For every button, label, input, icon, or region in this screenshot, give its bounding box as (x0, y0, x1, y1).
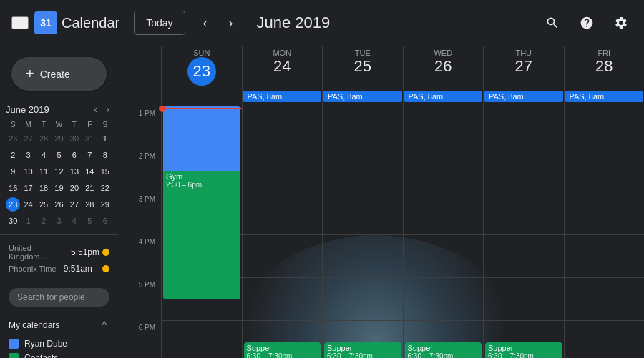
allday-event-tue[interactable]: PAS, 8am (323, 91, 402, 102)
tz-uk-time: 5:51pm (71, 247, 99, 257)
event-wed-supper-time: 6:30 – 7:30pm (408, 352, 479, 358)
mini-cal-day-header: S (6, 119, 20, 130)
event-sun-gym[interactable]: Gym 2:30 – 6pm (163, 171, 240, 299)
month-year: June 2019 (257, 14, 331, 32)
mini-cal-day[interactable]: 13 (67, 164, 82, 179)
allday-event-fri[interactable]: PAS, 8am (565, 91, 644, 102)
mini-cal-day[interactable]: 29 (98, 197, 112, 212)
mini-cal-day[interactable]: 14 (82, 164, 97, 179)
mini-cal-day[interactable]: 12 (52, 164, 66, 179)
mini-cal-day-header: T (36, 119, 51, 130)
day-headers: SUN 23 MON 24 TUE 25 WED 26 THU 27 FRI 2… (118, 46, 644, 89)
mini-cal-day[interactable]: 28 (82, 197, 97, 212)
mini-cal-day[interactable]: 27 (67, 197, 82, 212)
grid-col-sun: Gym 2:30 – 6pm (161, 106, 242, 358)
people-search-input[interactable] (9, 288, 109, 307)
create-button[interactable]: + Create (11, 57, 107, 91)
calendar-area: SUN 23 MON 24 TUE 25 WED 26 THU 27 FRI 2… (118, 46, 644, 358)
mini-cal-day[interactable]: 28 (36, 131, 51, 146)
mini-cal-day[interactable]: 5 (52, 148, 66, 162)
event-tue-supper[interactable]: Supper 6:30 – 7:30pm (324, 342, 401, 358)
mini-cal-day[interactable]: 8 (98, 148, 112, 162)
mini-cal-day[interactable]: 22 (98, 181, 112, 195)
mini-cal-prev[interactable]: ‹ (91, 102, 100, 116)
mini-cal-day[interactable]: 11 (36, 164, 51, 179)
cal-item-contacts[interactable]: Contacts (9, 351, 109, 358)
event-wed-supper[interactable]: Supper 6:30 – 7:30pm (405, 342, 482, 358)
mon-hour-3 (243, 192, 323, 235)
cal-item-ryan[interactable]: Ryan Dube (9, 337, 109, 351)
topbar-right (541, 11, 633, 34)
thu-hour-1 (484, 106, 564, 149)
mini-cal-title: June 2019 (6, 104, 49, 115)
allday-gutter (118, 89, 161, 106)
mini-cal-day-header: W (52, 119, 66, 130)
today-button[interactable]: Today (134, 11, 185, 35)
mini-cal-day[interactable]: 9 (6, 164, 20, 179)
menu-button[interactable] (11, 16, 29, 29)
mini-cal-day[interactable]: 27 (21, 131, 36, 146)
mini-cal-day[interactable]: 2 (6, 148, 20, 162)
day-num-sun: 23 (187, 57, 216, 86)
day-name-tue: TUE (323, 49, 403, 57)
mini-cal-day[interactable]: 31 (82, 131, 97, 146)
my-calendars-collapse[interactable]: ^ (99, 318, 109, 332)
mini-cal-day[interactable]: 20 (67, 181, 82, 195)
help-button[interactable] (575, 11, 598, 34)
mini-cal-day[interactable]: 24 (21, 197, 36, 212)
mini-cal-day[interactable]: 10 (21, 164, 36, 179)
nav-arrows: ‹ › (194, 11, 243, 34)
mini-cal-day[interactable]: 6 (67, 148, 82, 162)
mini-cal-day[interactable]: 3 (52, 214, 66, 228)
day-header-wed: WED 26 (403, 46, 484, 89)
event-thu-supper[interactable]: Supper 6:30 – 7:30pm (485, 342, 562, 358)
mini-cal-day[interactable]: 1 (98, 131, 112, 146)
mini-cal-day[interactable]: 1 (21, 214, 36, 228)
mini-cal-day-header: M (21, 119, 35, 130)
mini-cal-day[interactable]: 15 (98, 164, 112, 179)
mini-cal-day[interactable]: 5 (82, 214, 97, 228)
allday-event-wed[interactable]: PAS, 8am (404, 91, 483, 102)
allday-event-mon[interactable]: PAS, 8am (243, 91, 322, 102)
mini-cal-day[interactable]: 16 (6, 181, 20, 195)
mini-cal-day[interactable]: 19 (52, 181, 66, 195)
mini-cal-day[interactable]: 26 (52, 197, 66, 212)
mini-cal-next[interactable]: › (103, 102, 112, 116)
mini-cal-day[interactable]: 23 (6, 197, 20, 212)
settings-button[interactable] (610, 11, 633, 34)
mini-cal-day[interactable]: 7 (82, 148, 97, 162)
allday-event-thu[interactable]: PAS, 8am (484, 91, 563, 102)
mini-cal-day[interactable]: 26 (6, 131, 20, 146)
day-name-thu: THU (484, 49, 564, 57)
mini-cal-day[interactable]: 18 (36, 181, 51, 195)
event-sun-gym-time: 2:30 – 6pm (166, 181, 238, 189)
mini-cal-day[interactable]: 29 (52, 131, 66, 146)
people-search[interactable] (9, 288, 109, 307)
day-name-wed: WED (404, 49, 484, 57)
time-label-4pm: 4 PM (118, 235, 161, 278)
event-mon-supper[interactable]: Supper 6:30 – 7:30pm (244, 342, 321, 358)
tue-hour-4 (323, 235, 403, 278)
time-gutter-header (118, 46, 161, 89)
mini-cal-day[interactable]: 25 (36, 197, 51, 212)
mini-cal-nav: ‹ › (91, 102, 112, 116)
event-sun-blue-top[interactable] (163, 106, 240, 178)
mini-cal-grid: SMTWTFS262728293031123456789101112131415… (6, 119, 112, 229)
mini-cal-day[interactable]: 3 (21, 148, 36, 162)
mini-cal-day[interactable]: 30 (6, 214, 20, 228)
sun-hour-6 (162, 321, 242, 358)
mini-cal-day[interactable]: 6 (98, 214, 112, 228)
event-mon-supper-time: 6:30 – 7:30pm (247, 352, 318, 358)
allday-cell-tue: PAS, 8am (322, 89, 403, 106)
event-tue-supper-title: Supper (327, 344, 399, 352)
mini-cal-day[interactable]: 2 (36, 214, 51, 228)
mini-cal-day[interactable]: 30 (67, 131, 82, 146)
prev-button[interactable]: ‹ (194, 11, 217, 34)
event-mon-supper-title: Supper (247, 344, 318, 352)
mini-cal-day[interactable]: 17 (21, 181, 36, 195)
search-button[interactable] (541, 11, 564, 34)
mini-cal-day[interactable]: 4 (67, 214, 82, 228)
mini-cal-day[interactable]: 21 (82, 181, 97, 195)
mini-cal-day[interactable]: 4 (36, 148, 51, 162)
next-button[interactable]: › (220, 11, 243, 34)
